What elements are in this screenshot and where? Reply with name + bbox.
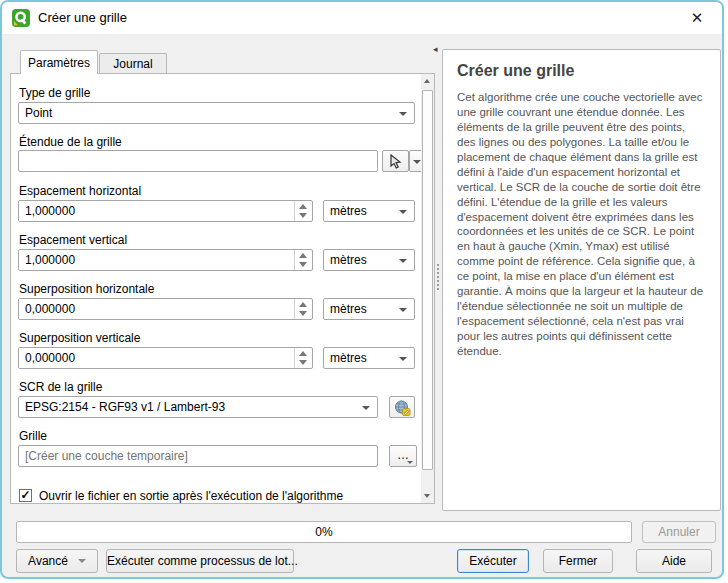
chevron-down-icon [407, 461, 413, 464]
crs-select[interactable]: EPSG:2154 - RGF93 v1 / Lambert-93 [18, 396, 378, 418]
v-spacing-label: Espacement vertical [19, 233, 127, 247]
splitter-handle[interactable] [437, 264, 439, 290]
spin-up-icon[interactable] [299, 351, 307, 356]
h-overlay-label: Superposition horizontale [19, 282, 154, 296]
chevron-down-icon [413, 160, 421, 164]
output-path-input[interactable] [18, 445, 378, 467]
spinner-arrows[interactable] [294, 201, 312, 221]
scroll-up-icon [424, 79, 430, 83]
progress-bar: 0% [16, 521, 632, 543]
help-title: Créer une grille [457, 62, 706, 80]
crs-label: SCR de la grille [19, 380, 102, 394]
spinner-arrows[interactable] [294, 299, 312, 319]
close-icon[interactable]: ✕ [684, 6, 710, 30]
h-overlay-spinbox[interactable] [18, 298, 313, 320]
scroll-down-button[interactable] [421, 488, 434, 503]
open-after-row[interactable]: ✓ Ouvrir le fichier en sortie après l'ex… [11, 486, 421, 503]
v-spacing-unit-value: mètres [330, 253, 367, 267]
chevron-down-icon [399, 259, 407, 263]
h-spacing-input[interactable] [19, 201, 298, 221]
spin-up-icon[interactable] [299, 302, 307, 307]
check-icon: ✓ [20, 488, 30, 502]
chevron-down-icon [399, 112, 407, 116]
grid-type-select[interactable]: Point [18, 102, 415, 124]
crs-picker-button[interactable] [389, 396, 415, 418]
create-grid-dialog: Créer une grille ✕ Paramètres Journal Ty… [0, 0, 724, 579]
chevron-down-icon [362, 406, 370, 410]
spin-down-icon[interactable] [299, 262, 307, 267]
parameters-pane: Type de grille Point Étendue de la grill… [10, 73, 435, 504]
grid-type-label: Type de grille [19, 86, 90, 100]
advanced-label: Avancé [28, 554, 68, 568]
h-spacing-unit-select[interactable]: mètres [323, 200, 415, 222]
extent-label: Étendue de la grille [19, 135, 122, 149]
scroll-up-button[interactable] [421, 74, 434, 89]
v-spacing-spinbox[interactable] [18, 249, 313, 271]
crs-value: EPSG:2154 - RGF93 v1 / Lambert-93 [25, 400, 225, 414]
h-spacing-unit-value: mètres [330, 204, 367, 218]
extent-pick-button[interactable] [382, 150, 409, 172]
chevron-down-icon [399, 308, 407, 312]
chevron-down-icon [399, 210, 407, 214]
qgis-logo-icon [12, 9, 30, 27]
output-browse-button[interactable]: … [389, 445, 417, 467]
open-after-checkbox[interactable]: ✓ [19, 489, 32, 502]
scroll-down-icon [424, 494, 430, 498]
v-overlay-label: Superposition verticale [19, 331, 140, 345]
spinner-arrows[interactable] [294, 348, 312, 368]
h-overlay-input[interactable] [19, 299, 298, 319]
title-bar: Créer une grille ✕ [2, 2, 722, 34]
output-label: Grille [19, 429, 47, 443]
run-button[interactable]: Exécuter [457, 549, 529, 573]
v-spacing-unit-select[interactable]: mètres [323, 249, 415, 271]
help-body: Cet algorithme crée une couche vectoriel… [457, 90, 706, 359]
window-title: Créer une grille [38, 10, 127, 25]
tab-journal[interactable]: Journal [99, 53, 167, 74]
batch-process-button[interactable]: Exécuter comme processus de lot... [106, 549, 294, 573]
spin-down-icon[interactable] [299, 311, 307, 316]
v-spacing-input[interactable] [19, 250, 298, 270]
spin-up-icon[interactable] [299, 253, 307, 258]
h-overlay-unit-value: mètres [330, 302, 367, 316]
collapse-panel-icon[interactable]: ◂ [433, 44, 438, 54]
grid-type-value: Point [25, 106, 52, 120]
globe-edit-icon [394, 400, 411, 416]
chevron-down-icon [78, 559, 86, 563]
h-spacing-spinbox[interactable] [18, 200, 313, 222]
parameters-scroll-area: Type de grille Point Étendue de la grill… [11, 74, 434, 503]
v-overlay-spinbox[interactable] [18, 347, 313, 369]
advanced-button[interactable]: Avancé [16, 549, 98, 573]
spin-up-icon[interactable] [299, 204, 307, 209]
h-spacing-label: Espacement horizontal [19, 184, 141, 198]
chevron-down-icon [399, 357, 407, 361]
v-overlay-input[interactable] [19, 348, 298, 368]
help-panel: Créer une grille Cet algorithme crée une… [442, 49, 721, 511]
map-cursor-icon [389, 154, 403, 169]
parameters-scrollbar[interactable] [421, 74, 434, 503]
spin-down-icon[interactable] [299, 213, 307, 218]
help-button[interactable]: Aide [636, 549, 712, 573]
tab-parameters[interactable]: Paramètres [20, 50, 98, 74]
ellipsis-icon: … [397, 448, 409, 462]
h-overlay-unit-select[interactable]: mètres [323, 298, 415, 320]
extent-input[interactable] [18, 150, 378, 172]
spin-down-icon[interactable] [299, 360, 307, 365]
cancel-button[interactable]: Annuler [642, 521, 716, 543]
close-button[interactable]: Fermer [543, 549, 613, 573]
v-overlay-unit-select[interactable]: mètres [323, 347, 415, 369]
spinner-arrows[interactable] [294, 250, 312, 270]
scrollbar-thumb[interactable] [422, 90, 433, 470]
v-overlay-unit-value: mètres [330, 351, 367, 365]
open-after-label: Ouvrir le fichier en sortie après l'exéc… [39, 489, 343, 503]
